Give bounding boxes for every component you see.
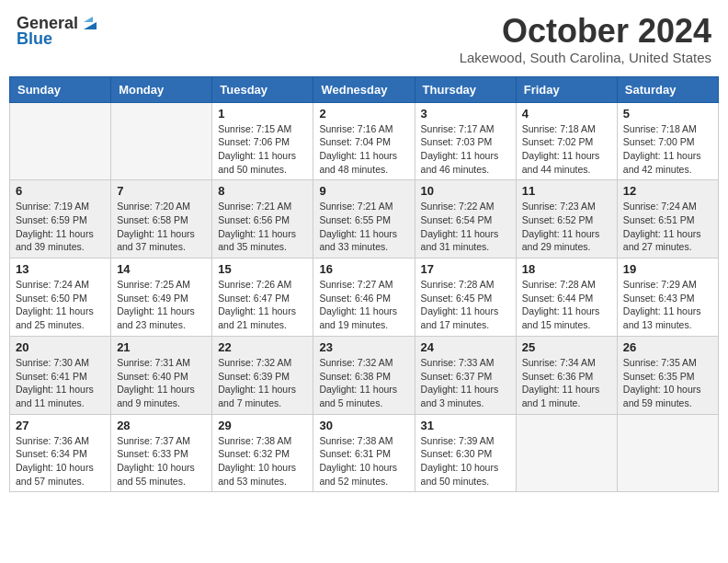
header: General Blue October 2024 Lakewood, Sout… <box>9 9 719 69</box>
calendar-week-row: 6Sunrise: 7:19 AMSunset: 6:59 PMDaylight… <box>10 180 719 259</box>
svg-marker-1 <box>84 17 93 22</box>
day-info: Sunrise: 7:26 AMSunset: 6:47 PMDaylight:… <box>218 278 307 332</box>
day-info: Sunrise: 7:28 AMSunset: 6:45 PMDaylight:… <box>421 278 510 332</box>
col-friday: Friday <box>516 76 617 102</box>
day-number: 19 <box>623 262 712 276</box>
day-number: 5 <box>623 107 712 121</box>
day-number: 3 <box>421 107 510 121</box>
day-number: 1 <box>218 107 307 121</box>
day-info: Sunrise: 7:15 AMSunset: 7:06 PMDaylight:… <box>218 122 307 177</box>
day-info: Sunrise: 7:29 AMSunset: 6:43 PMDaylight:… <box>623 278 712 332</box>
day-info: Sunrise: 7:32 AMSunset: 6:38 PMDaylight:… <box>319 356 408 410</box>
table-row <box>617 414 718 492</box>
day-number: 9 <box>319 184 408 198</box>
table-row: 7Sunrise: 7:20 AMSunset: 6:58 PMDaylight… <box>111 180 212 259</box>
table-row: 1Sunrise: 7:15 AMSunset: 7:06 PMDaylight… <box>212 102 313 180</box>
table-row: 21Sunrise: 7:31 AMSunset: 6:40 PMDayligh… <box>111 336 212 414</box>
day-info: Sunrise: 7:24 AMSunset: 6:51 PMDaylight:… <box>623 200 712 254</box>
title-area: October 2024 Lakewood, South Carolina, U… <box>460 13 711 65</box>
day-number: 18 <box>522 262 611 276</box>
logo-icon <box>80 13 100 33</box>
location-title: Lakewood, South Carolina, United States <box>460 50 711 65</box>
day-number: 17 <box>421 262 510 276</box>
day-number: 6 <box>16 184 105 198</box>
day-info: Sunrise: 7:27 AMSunset: 6:46 PMDaylight:… <box>319 278 408 332</box>
day-number: 7 <box>117 184 206 198</box>
table-row: 20Sunrise: 7:30 AMSunset: 6:41 PMDayligh… <box>10 336 111 414</box>
day-info: Sunrise: 7:23 AMSunset: 6:52 PMDaylight:… <box>522 200 611 254</box>
day-info: Sunrise: 7:22 AMSunset: 6:54 PMDaylight:… <box>421 200 510 254</box>
day-info: Sunrise: 7:25 AMSunset: 6:49 PMDaylight:… <box>117 278 206 332</box>
day-info: Sunrise: 7:34 AMSunset: 6:36 PMDaylight:… <box>522 356 611 410</box>
table-row: 13Sunrise: 7:24 AMSunset: 6:50 PMDayligh… <box>10 259 111 337</box>
table-row: 16Sunrise: 7:27 AMSunset: 6:46 PMDayligh… <box>313 259 415 337</box>
day-info: Sunrise: 7:16 AMSunset: 7:04 PMDaylight:… <box>319 122 408 177</box>
table-row: 11Sunrise: 7:23 AMSunset: 6:52 PMDayligh… <box>516 180 617 259</box>
table-row: 10Sunrise: 7:22 AMSunset: 6:54 PMDayligh… <box>415 180 516 259</box>
calendar-week-row: 20Sunrise: 7:30 AMSunset: 6:41 PMDayligh… <box>10 336 719 414</box>
col-monday: Monday <box>111 76 212 102</box>
day-info: Sunrise: 7:38 AMSunset: 6:31 PMDaylight:… <box>319 434 408 488</box>
table-row: 2Sunrise: 7:16 AMSunset: 7:04 PMDaylight… <box>313 102 415 180</box>
table-row: 24Sunrise: 7:33 AMSunset: 6:37 PMDayligh… <box>415 336 516 414</box>
day-info: Sunrise: 7:36 AMSunset: 6:34 PMDaylight:… <box>16 434 105 488</box>
day-number: 14 <box>117 262 206 276</box>
table-row: 18Sunrise: 7:28 AMSunset: 6:44 PMDayligh… <box>516 259 617 337</box>
day-number: 4 <box>522 107 611 121</box>
day-number: 30 <box>319 419 408 432</box>
table-row: 28Sunrise: 7:37 AMSunset: 6:33 PMDayligh… <box>111 414 212 492</box>
day-number: 8 <box>218 184 307 198</box>
table-row: 17Sunrise: 7:28 AMSunset: 6:45 PMDayligh… <box>415 259 516 337</box>
table-row: 29Sunrise: 7:38 AMSunset: 6:32 PMDayligh… <box>212 414 313 492</box>
table-row: 15Sunrise: 7:26 AMSunset: 6:47 PMDayligh… <box>212 259 313 337</box>
day-info: Sunrise: 7:20 AMSunset: 6:58 PMDaylight:… <box>117 200 206 254</box>
table-row: 31Sunrise: 7:39 AMSunset: 6:30 PMDayligh… <box>415 414 516 492</box>
calendar-table: Sunday Monday Tuesday Wednesday Thursday… <box>9 76 719 493</box>
table-row: 14Sunrise: 7:25 AMSunset: 6:49 PMDayligh… <box>111 259 212 337</box>
col-wednesday: Wednesday <box>313 76 415 102</box>
day-info: Sunrise: 7:19 AMSunset: 6:59 PMDaylight:… <box>16 200 105 254</box>
day-info: Sunrise: 7:18 AMSunset: 7:02 PMDaylight:… <box>522 122 611 177</box>
day-info: Sunrise: 7:24 AMSunset: 6:50 PMDaylight:… <box>16 278 105 332</box>
table-row: 8Sunrise: 7:21 AMSunset: 6:56 PMDaylight… <box>212 180 313 259</box>
table-row: 12Sunrise: 7:24 AMSunset: 6:51 PMDayligh… <box>617 180 718 259</box>
table-row: 30Sunrise: 7:38 AMSunset: 6:31 PMDayligh… <box>313 414 415 492</box>
day-info: Sunrise: 7:35 AMSunset: 6:35 PMDaylight:… <box>623 356 712 410</box>
day-info: Sunrise: 7:31 AMSunset: 6:40 PMDaylight:… <box>117 356 206 410</box>
col-tuesday: Tuesday <box>212 76 313 102</box>
day-info: Sunrise: 7:21 AMSunset: 6:55 PMDaylight:… <box>319 200 408 254</box>
table-row <box>10 102 111 180</box>
table-row: 26Sunrise: 7:35 AMSunset: 6:35 PMDayligh… <box>617 336 718 414</box>
logo: General Blue <box>17 13 100 49</box>
day-info: Sunrise: 7:28 AMSunset: 6:44 PMDaylight:… <box>522 278 611 332</box>
table-row <box>111 102 212 180</box>
day-number: 16 <box>319 262 408 276</box>
day-info: Sunrise: 7:38 AMSunset: 6:32 PMDaylight:… <box>218 434 307 488</box>
day-number: 22 <box>218 340 307 354</box>
table-row: 19Sunrise: 7:29 AMSunset: 6:43 PMDayligh… <box>617 259 718 337</box>
day-number: 28 <box>117 419 206 432</box>
calendar-week-row: 1Sunrise: 7:15 AMSunset: 7:06 PMDaylight… <box>10 102 719 180</box>
table-row: 3Sunrise: 7:17 AMSunset: 7:03 PMDaylight… <box>415 102 516 180</box>
day-number: 26 <box>623 340 712 354</box>
table-row: 23Sunrise: 7:32 AMSunset: 6:38 PMDayligh… <box>313 336 415 414</box>
col-thursday: Thursday <box>415 76 516 102</box>
col-saturday: Saturday <box>617 76 718 102</box>
day-info: Sunrise: 7:32 AMSunset: 6:39 PMDaylight:… <box>218 356 307 410</box>
table-row: 6Sunrise: 7:19 AMSunset: 6:59 PMDaylight… <box>10 180 111 259</box>
calendar-header-row: Sunday Monday Tuesday Wednesday Thursday… <box>10 76 719 102</box>
calendar-week-row: 13Sunrise: 7:24 AMSunset: 6:50 PMDayligh… <box>10 259 719 337</box>
table-row: 5Sunrise: 7:18 AMSunset: 7:00 PMDaylight… <box>617 102 718 180</box>
day-number: 11 <box>522 184 611 198</box>
day-info: Sunrise: 7:39 AMSunset: 6:30 PMDaylight:… <box>421 434 510 488</box>
day-info: Sunrise: 7:21 AMSunset: 6:56 PMDaylight:… <box>218 200 307 254</box>
svg-marker-0 <box>84 22 97 29</box>
day-number: 12 <box>623 184 712 198</box>
day-number: 24 <box>421 340 510 354</box>
table-row: 27Sunrise: 7:36 AMSunset: 6:34 PMDayligh… <box>10 414 111 492</box>
day-number: 31 <box>421 419 510 432</box>
logo-blue: Blue <box>17 29 52 49</box>
day-info: Sunrise: 7:37 AMSunset: 6:33 PMDaylight:… <box>117 434 206 488</box>
day-number: 21 <box>117 340 206 354</box>
day-number: 27 <box>16 419 105 432</box>
